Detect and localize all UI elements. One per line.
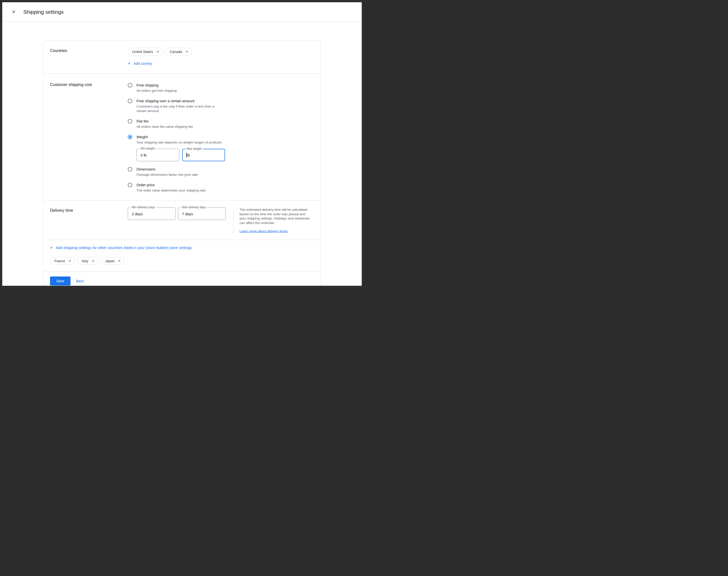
min-weight-field-label: Min weight <box>139 147 156 150</box>
option-body: Free shipping over a certain amount Cust… <box>137 98 219 113</box>
chip-label: Canada <box>170 50 182 54</box>
chip-label: United States <box>132 50 153 54</box>
option-title: Dimensions <box>137 167 198 172</box>
option-body: Weight Your shipping rate depends on wei… <box>137 135 225 161</box>
delivery-time-label: Delivery time <box>50 207 128 233</box>
radio-weight[interactable] <box>128 135 132 139</box>
country-chip-italy: Italy ✕ <box>78 257 98 265</box>
radio-flat-fee[interactable] <box>128 119 132 123</box>
option-desc: All orders get free shipping <box>137 88 177 93</box>
max-weight-field[interactable]: Max weight lb <box>182 149 225 161</box>
country-chip-france: France ✕ <box>50 257 75 265</box>
add-country-button[interactable]: + Add country <box>128 61 152 66</box>
shipping-cost-options: Free shipping All orders get free shippi… <box>128 82 225 193</box>
option-free-over-amount[interactable]: Free shipping over a certain amount Cust… <box>128 98 225 113</box>
country-chips: United States ✕ Canada ✕ <box>128 48 192 56</box>
other-country-chips: France ✕ Italy ✕ Japan ✕ <box>50 257 314 265</box>
max-weight-value: lb <box>187 153 190 157</box>
chip-remove-icon[interactable]: ✕ <box>156 50 159 53</box>
countries-section: Countries United States ✕ Canada ✕ + <box>43 41 320 74</box>
page-title: Shipping settings <box>23 9 64 15</box>
add-country-label: Add country <box>134 61 152 65</box>
option-body: Free shipping All orders get free shippi… <box>137 83 177 93</box>
chip-remove-icon[interactable]: ✕ <box>92 259 94 262</box>
option-body: Flat fee All orders have the same shippi… <box>137 119 193 129</box>
min-delivery-days-label: Min delivery days <box>130 205 156 209</box>
countries-content: United States ✕ Canada ✕ + Add country <box>128 48 192 66</box>
option-title: Flat fee <box>137 119 193 124</box>
delivery-fields: Min delivery days 2 days Max delivery da… <box>128 207 226 233</box>
country-chip-canada: Canada ✕ <box>166 48 192 56</box>
max-delivery-days-value: 7 days <box>182 212 193 216</box>
shipping-cost-label: Customer shipping cost <box>50 82 128 193</box>
radio-free-shipping[interactable] <box>128 83 132 87</box>
country-chip-united-states: United States ✕ <box>128 48 163 56</box>
chip-label: Italy <box>82 259 88 263</box>
option-body: Order price The order value determines y… <box>137 182 205 193</box>
text-cursor <box>186 153 187 157</box>
page-content: Countries United States ✕ Canada ✕ + <box>2 22 362 288</box>
min-weight-value: 0 lb <box>141 153 146 157</box>
weight-fields: Min weight 0 lb Max weight lb <box>137 149 225 161</box>
option-title: Free shipping over a certain amount <box>137 98 219 104</box>
country-chip-japan: Japan ✕ <box>101 257 124 265</box>
option-title: Weight <box>137 135 225 140</box>
plus-icon: + <box>50 245 53 250</box>
shipping-settings-window: ✕ Shipping settings Countries United Sta… <box>0 0 364 288</box>
add-other-countries-label: Add shipping settings for other countrie… <box>56 246 192 250</box>
option-flat-fee[interactable]: Flat fee All orders have the same shippi… <box>128 119 225 129</box>
option-desc: Your shipping rate depends on weight ran… <box>137 140 225 145</box>
close-icon[interactable]: ✕ <box>11 9 17 15</box>
option-dimensions[interactable]: Dimensions Package dimensions factor int… <box>128 167 225 177</box>
other-countries-section: + Add shipping settings for other countr… <box>43 240 320 271</box>
save-button[interactable]: Save <box>50 277 70 286</box>
header-bar: ✕ Shipping settings <box>2 2 362 22</box>
learn-more-delivery-times-link[interactable]: Learn more about delivery times <box>239 229 288 233</box>
min-delivery-days-value: 2 days <box>132 212 143 216</box>
option-weight[interactable]: Weight Your shipping rate depends on wei… <box>128 135 225 161</box>
countries-label: Countries <box>50 48 128 66</box>
chip-remove-icon[interactable]: ✕ <box>69 259 71 262</box>
settings-card: Countries United States ✕ Canada ✕ + <box>43 40 321 288</box>
plus-icon: + <box>128 61 130 66</box>
delivery-time-section: Delivery time Min delivery days 2 days M… <box>43 201 320 240</box>
option-free-shipping[interactable]: Free shipping All orders get free shippi… <box>128 83 225 93</box>
chip-remove-icon[interactable]: ✕ <box>185 50 188 53</box>
option-desc: Customers pay a fee only if their order … <box>137 104 219 113</box>
delivery-note-text: The estimated delivery time will be calc… <box>239 207 312 225</box>
option-order-price[interactable]: Order price The order value determines y… <box>128 182 225 193</box>
chip-remove-icon[interactable]: ✕ <box>118 259 121 262</box>
option-desc: The order value determines your shipping… <box>137 188 205 193</box>
max-weight-field-label: Max weight <box>185 147 203 150</box>
min-weight-field[interactable]: Min weight 0 lb <box>137 149 179 161</box>
min-delivery-days-field[interactable]: Min delivery days 2 days <box>128 207 175 220</box>
add-other-countries-button[interactable]: + Add shipping settings for other countr… <box>50 245 192 250</box>
option-desc: Package dimensions factor into your rate <box>137 173 198 177</box>
radio-free-over-amount[interactable] <box>128 99 132 103</box>
chip-label: France <box>54 259 65 263</box>
radio-order-price[interactable] <box>128 183 132 187</box>
card-footer: Save Back <box>43 271 320 288</box>
chip-label: Japan <box>105 259 115 263</box>
max-delivery-days-label: Max delivery days <box>181 205 207 209</box>
option-desc: All orders have the same shipping fee <box>137 124 193 129</box>
delivery-content: Min delivery days 2 days Max delivery da… <box>128 207 312 233</box>
shipping-cost-section: Customer shipping cost Free shipping All… <box>43 74 320 200</box>
option-title: Order price <box>137 182 205 188</box>
option-title: Free shipping <box>137 83 177 88</box>
back-button[interactable]: Back <box>76 279 84 283</box>
delivery-note: The estimated delivery time will be calc… <box>233 207 312 233</box>
radio-dimensions[interactable] <box>128 167 132 172</box>
option-body: Dimensions Package dimensions factor int… <box>137 167 198 177</box>
max-delivery-days-field[interactable]: Max delivery days 7 days <box>178 207 226 220</box>
